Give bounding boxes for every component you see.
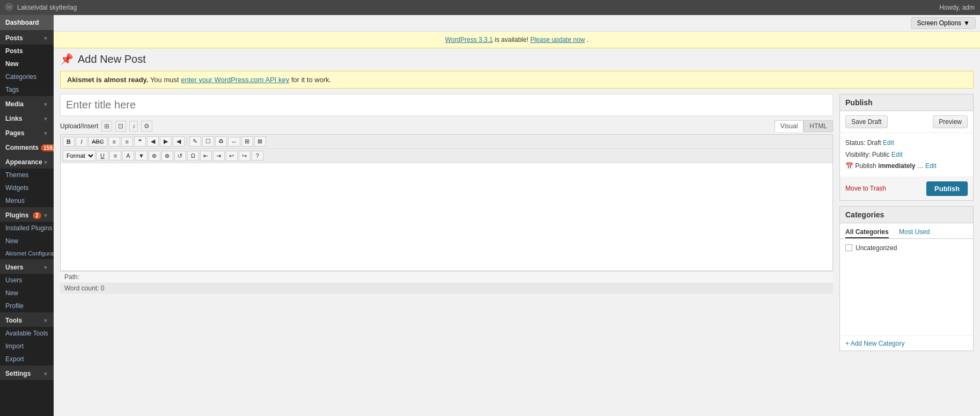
upload-video-button[interactable]: ⚙ (141, 121, 152, 132)
screen-options-button[interactable]: Screen Options ▼ (911, 17, 976, 29)
sidebar-item-new-user[interactable]: New (0, 287, 54, 300)
toolbar-text-color-button[interactable]: A (122, 151, 134, 160)
publish-button[interactable]: Publish (926, 181, 968, 196)
upload-insert-label: Upload/Insert (60, 122, 98, 130)
html-tab[interactable]: HTML (804, 120, 833, 132)
update-notice-middle: is available! (495, 36, 530, 43)
status-edit-link[interactable]: Edit (883, 139, 894, 147)
toolbar-remove-format-button[interactable]: ↺ (174, 151, 186, 161)
sidebar-section-media: Media ▼ (0, 96, 54, 111)
preview-button[interactable]: Preview (933, 115, 968, 128)
sidebar-item-profile[interactable]: Profile (0, 300, 54, 312)
sidebar-section-appearance-title[interactable]: Appearance ▼ (0, 155, 54, 169)
sidebar-section-plugins: Plugins 2 ▼ Installed Plugins New Akisme… (0, 207, 54, 259)
toolbar-justify-button[interactable]: ≡ (109, 151, 121, 160)
sidebar-section-pages: Pages ▼ (0, 125, 54, 140)
sidebar-section-users-title[interactable]: Users ▼ (0, 260, 54, 274)
publish-meta: Status: Draft Edit Visibility: Public Ed… (840, 133, 973, 177)
toolbar-undo-button[interactable]: ↩ (226, 151, 238, 161)
sidebar-item-widgets[interactable]: Widgets (0, 181, 54, 194)
users-section-label: Users (5, 264, 23, 271)
all-categories-tab[interactable]: All Categories (845, 227, 889, 238)
most-used-tab[interactable]: Most Used (899, 227, 930, 238)
sidebar-section-tools: Tools ▼ Available Tools Import Export (0, 312, 54, 366)
sidebar-item-new-post[interactable]: New (0, 57, 54, 70)
akismet-api-key-link[interactable]: enter your WordPress.com API key (181, 76, 289, 84)
toolbar-bold-button[interactable]: B (63, 137, 75, 147)
add-new-category-link[interactable]: + Add New Category (845, 340, 904, 347)
toolbar-special-char-button[interactable]: Ω (187, 151, 199, 160)
akismet-notice-suffix: for it to work. (291, 76, 331, 84)
visual-tab[interactable]: Visual (775, 120, 804, 132)
editor-footer: Path: Word count: 0 (60, 271, 833, 294)
appearance-arrow-icon: ▼ (43, 159, 48, 165)
sidebar-section-comments-title[interactable]: Comments 159,993 ▼ (0, 140, 54, 154)
sidebar-item-themes[interactable]: Themes (0, 169, 54, 181)
settings-arrow-icon: ▼ (43, 371, 48, 377)
sidebar-section-settings-title[interactable]: Settings ▼ (0, 366, 54, 380)
toolbar-align-right-button[interactable]: ◀ (173, 136, 185, 147)
screen-options-arrow-icon: ▼ (963, 19, 970, 27)
toolbar-blockquote-button[interactable]: ❝ (134, 136, 146, 147)
toolbar-show-hide-button[interactable]: ⊠ (254, 136, 266, 147)
upload-gallery-button[interactable]: ⊡ (115, 121, 126, 132)
toolbar-ordered-list-button[interactable]: ≡ (121, 137, 133, 147)
toolbar-paste-word-button[interactable]: ⊕ (161, 151, 173, 161)
save-draft-button[interactable]: Save Draft (845, 115, 888, 128)
publish-timing-edit-link[interactable]: Edit (925, 162, 937, 170)
toolbar-italic-button[interactable]: I (76, 137, 87, 147)
sidebar-item-akismet-config[interactable]: Akismet Configuration (0, 247, 54, 259)
sidebar-item-installed-plugins[interactable]: Installed Plugins (0, 222, 54, 235)
post-title-input[interactable] (60, 94, 833, 116)
toolbar-help-button[interactable]: ? (252, 151, 263, 160)
toolbar-align-left-button[interactable]: ◀ (147, 136, 159, 147)
uncategorized-checkbox[interactable] (845, 244, 852, 251)
uncategorized-label: Uncategorized (856, 244, 897, 252)
upload-image-button[interactable]: ⊞ (101, 121, 112, 132)
toolbar-color-dropdown-button[interactable]: ▼ (135, 151, 148, 160)
sidebar-item-tags[interactable]: Tags (0, 83, 54, 96)
visibility-edit-link[interactable]: Edit (891, 151, 903, 158)
toolbar-spellcheck-button[interactable]: ↔ (228, 137, 240, 147)
toolbar-indent-button[interactable]: ⇥ (213, 151, 225, 161)
sidebar-section-media-title[interactable]: Media ▼ (0, 97, 54, 111)
publish-actions: Save Draft Preview (840, 111, 973, 133)
toolbar-underline-button[interactable]: U (97, 151, 108, 160)
toolbar-unordered-list-button[interactable]: ≡ (108, 137, 120, 147)
right-column: Publish Save Draft Preview Status: Draft… (839, 94, 974, 351)
sidebar-item-export[interactable]: Export (0, 353, 54, 366)
upload-audio-button[interactable]: ♪ (129, 121, 138, 132)
sidebar-item-categories[interactable]: Categories (0, 70, 54, 83)
move-to-trash-button[interactable]: Move to Trash (845, 185, 886, 192)
sidebar-section-plugins-title[interactable]: Plugins 2 ▼ (0, 208, 54, 222)
toolbar-strikethrough-button[interactable]: ABC (89, 137, 107, 147)
toolbar-unlink-button[interactable]: ☐ (202, 136, 214, 147)
sidebar-section-posts-title[interactable]: Posts ▼ (0, 31, 54, 45)
toolbar-outdent-button[interactable]: ⇤ (200, 151, 212, 161)
toolbar-fullscreen-button[interactable]: ⊞ (241, 136, 253, 147)
editor-body[interactable] (61, 163, 832, 271)
sidebar-item-new-plugin[interactable]: New (0, 235, 54, 247)
toolbar-align-center-button[interactable]: ▶ (160, 136, 172, 147)
toolbar-redo-button[interactable]: ↪ (239, 151, 250, 161)
please-update-link[interactable]: Please update now (530, 36, 585, 43)
sidebar-section-tools-title[interactable]: Tools ▼ (0, 313, 54, 327)
update-notice: WordPress 3.3.1 is available! Please upd… (54, 32, 980, 48)
sidebar-item-all-posts[interactable]: Posts (0, 45, 54, 57)
admin-bar: ⓦ Lakselvdal skytterlag Howdy, adm (0, 0, 980, 15)
visibility-label: Visibility: (845, 151, 870, 158)
toolbar-link-button[interactable]: ✎ (189, 136, 201, 147)
sidebar-item-import[interactable]: Import (0, 340, 54, 353)
toolbar-paste-text-button[interactable]: ⊕ (149, 151, 160, 161)
sidebar-item-dashboard[interactable]: Dashboard (0, 15, 54, 30)
publish-box-header: Publish (840, 94, 973, 111)
toolbar-format-select[interactable]: Format (63, 150, 95, 161)
sidebar-item-all-users[interactable]: Users (0, 274, 54, 287)
wp-version-link[interactable]: WordPress 3.3.1 (445, 36, 493, 43)
sidebar-item-menus[interactable]: Menus (0, 194, 54, 207)
publish-visibility-row: Visibility: Public Edit (845, 149, 968, 161)
sidebar-item-available-tools[interactable]: Available Tools (0, 327, 54, 340)
sidebar-section-links-title[interactable]: Links ▼ (0, 111, 54, 125)
sidebar-section-pages-title[interactable]: Pages ▼ (0, 126, 54, 140)
toolbar-insert-more-button[interactable]: ♻ (215, 136, 227, 147)
